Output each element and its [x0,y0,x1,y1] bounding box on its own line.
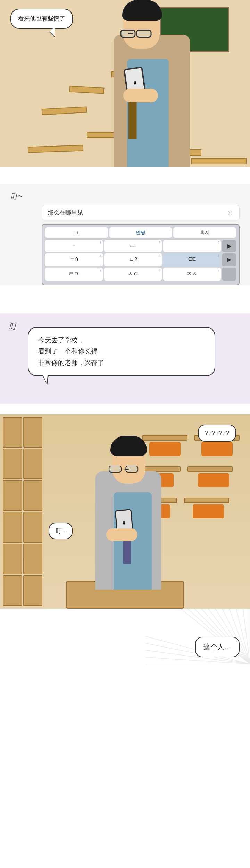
svg-line-10 [146,657,250,664]
bg-chair [201,442,233,456]
desk-bg [191,158,247,164]
keyboard[interactable]: 그 안녕 혹시 1 · 2 — 3 ▶ [42,224,240,285]
bg-desk [142,435,188,441]
speech-bubble-3: 今天去了学校， 看到了一个和你长得 非常像的老师，兴奋了 [28,327,215,376]
ding-label-3: 叮 [9,321,17,332]
key-ce[interactable]: 6 CE [163,253,221,266]
key-se[interactable]: 8 ㅅㅇ [104,268,162,281]
locker-cell [23,575,43,606]
bg-desk [188,466,233,472]
key-empty-end[interactable] [222,268,236,281]
locker-cell [23,512,43,542]
teacher-tie [128,101,137,139]
locker-cell [23,449,43,479]
bg-chair [198,473,229,487]
locker-cell [3,544,22,574]
t4-hair [110,436,147,456]
bubble5-text: 这个人… [203,643,231,651]
locker-cell [3,512,22,542]
autocomplete-1[interactable]: 그 [45,227,108,238]
desk-bg [28,145,84,153]
bg-desk [184,498,229,503]
bubble3-text: 今天去了学校， 看到了一个和你长得 非常像的老师，兴奋了 [38,336,104,366]
panel1-classroom: 📱 看来他也有些慌了 [0,0,250,167]
bg-chair [149,442,181,456]
teacher-glasses-bridge [128,33,133,34]
key-arrow-right[interactable]: ▶ [222,240,236,252]
keyboard-row-2: 4 ㄱ9 5 ㄴ2 6 CE ▶ [45,253,236,266]
svg-line-5 [243,609,250,664]
divider-2 [0,296,250,313]
locker-cell [3,449,22,479]
divider-3 [0,404,250,414]
locker-cell [3,417,22,448]
chat-input-text: 那么在哪里见 [48,209,83,217]
locker-cell [23,544,43,574]
teacher-hair [122,0,162,21]
t4-glasses-bridge [125,469,129,470]
ding4-text: 叮~ [56,527,66,534]
bg-chair [193,504,224,518]
speech-bubble-1: 看来他也有些慌了 [10,9,73,29]
key-jc[interactable]: 9 ㅈㅊ [163,268,221,281]
t4-glasses [109,466,138,472]
speech-bubble-5: 这个人… [195,637,240,657]
locker-grid [0,414,45,609]
key-empty-1[interactable]: 3 [163,240,221,252]
svg-line-4 [236,609,250,664]
ding-label-2: 叮~ [0,184,250,205]
desk-bg [42,107,87,115]
t4-shirt [114,492,152,590]
divider-1 [0,167,250,181]
keyboard-row-1: 1 · 2 — 3 ▶ [45,240,236,252]
speech-bubble-ding4: 叮~ [49,523,73,539]
bubble1-text: 看来他也有些慌了 [18,15,65,22]
panel5-bottom: 这个人… [0,609,250,664]
panel4-teacher-desk: 📱 ??????? 叮~ [0,414,250,609]
lockers [0,414,45,609]
panel2-wrapper: 叮~ 那么在哪里见 ☺ 그 안녕 혹시 1 · 2 — [0,181,250,296]
autocomplete-3[interactable]: 혹시 [173,227,236,238]
key-dash[interactable]: 2 — [104,240,162,252]
panel3-message: 叮 今天去了学校， 看到了一个和你长得 非常像的老师，兴奋了 [0,313,250,404]
key-na[interactable]: 5 ㄴ2 [104,253,162,266]
locker-cell [23,417,43,448]
locker-cell [3,575,22,606]
panel2-message: 叮~ 那么在哪里见 ☺ 그 안녕 혹시 1 · 2 — [0,184,250,285]
autocomplete-2[interactable]: 안녕 [109,227,172,238]
key-rp[interactable]: 7 ㄹㅍ [45,268,103,281]
teacher-glasses [120,30,152,36]
locker-cell [3,480,22,511]
teacher-hands [123,89,158,102]
question-text: ??????? [205,429,229,436]
key-dot[interactable]: 1 · [45,240,103,252]
emoji-icon[interactable]: ☺ [227,209,234,217]
chat-input-area[interactable]: 那么在哪里见 ☺ [42,205,240,220]
keyboard-autocomplete-row: 그 안녕 혹시 [45,227,236,238]
key-ga[interactable]: 4 ㄱ9 [45,253,103,266]
t4-hands [106,528,138,541]
desk-bg [69,86,105,94]
locker-cell [23,480,43,511]
key-arrow-right-2[interactable]: ▶ [222,253,236,266]
speech-bubble-question: ??????? [198,425,236,442]
keyboard-row-3: 7 ㄹㅍ 8 ㅅㅇ 9 ㅈㅊ [45,268,236,281]
